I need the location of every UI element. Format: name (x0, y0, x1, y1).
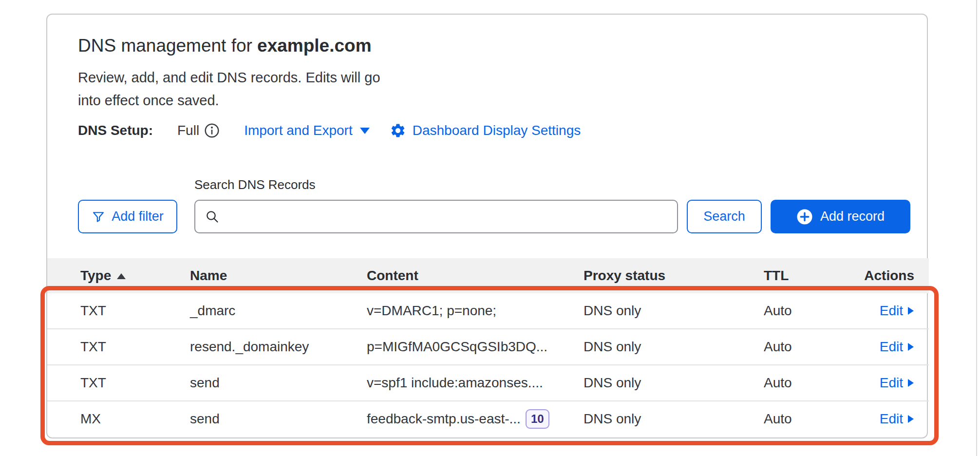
arrowhead-right-icon (907, 379, 914, 387)
edit-label: Edit (880, 375, 903, 391)
domain-name: example.com (257, 36, 371, 56)
cell-content: v=DMARC1; p=none; (367, 293, 496, 328)
arrowhead-right-icon (907, 306, 914, 315)
search-button-label: Search (703, 209, 745, 224)
info-circle-icon[interactable] (204, 123, 220, 138)
page-subtitle: Review, add, and edit DNS records. Edits… (78, 66, 405, 112)
dns-management-card: DNS management for example.com Review, a… (46, 14, 928, 438)
search-input[interactable] (226, 202, 677, 231)
cell-content: v=spf1 include:amazonses.... (367, 365, 543, 400)
cell-name: send (190, 365, 220, 400)
content-text: v=DMARC1; p=none; (367, 293, 496, 328)
cell-ttl: Auto (764, 329, 792, 364)
column-header-proxy-status: Proxy status (584, 258, 665, 293)
content-text: feedback-smtp.us-east-... (367, 401, 521, 437)
column-header-type[interactable]: Type (80, 258, 126, 293)
add-filter-label: Add filter (112, 209, 164, 224)
cell-type: TXT (80, 365, 106, 400)
funnel-icon (92, 210, 105, 224)
edit-record-link[interactable]: Edit (880, 303, 914, 319)
column-header-name: Name (190, 258, 227, 293)
search-records-label: Search DNS Records (194, 177, 316, 192)
table-row: MX send feedback-smtp.us-east-...10 DNS … (47, 401, 929, 437)
cell-type: TXT (80, 293, 106, 328)
cell-ttl: Auto (764, 401, 792, 437)
add-filter-button[interactable]: Add filter (78, 200, 177, 233)
priority-badge: 10 (526, 409, 549, 429)
plus-circle-icon (796, 209, 813, 225)
table-row: TXT send v=spf1 include:amazonses.... DN… (47, 365, 929, 401)
add-record-button[interactable]: Add record (771, 200, 910, 233)
arrowhead-right-icon (907, 415, 914, 423)
dns-setup-row: DNS Setup: Full Import and Export Dashbo… (78, 121, 581, 140)
table-header: Type Name Content Proxy status TTL Actio… (47, 258, 929, 293)
dns-setup-value: Full (177, 123, 199, 138)
edit-label: Edit (880, 339, 903, 355)
add-record-label: Add record (820, 209, 885, 224)
cell-proxy-status: DNS only (584, 329, 641, 364)
cell-content: p=MIGfMA0GCSqGSIb3DQ... (367, 329, 547, 364)
magnifier-icon (205, 209, 220, 224)
sort-ascending-icon (117, 273, 126, 279)
chevron-down-icon (359, 127, 370, 134)
gear-icon (390, 122, 406, 139)
cell-type: TXT (80, 329, 106, 364)
edit-label: Edit (880, 411, 903, 427)
page-edge-divider (976, 0, 977, 456)
dashboard-display-settings-link[interactable]: Dashboard Display Settings (390, 122, 581, 139)
content-text: v=spf1 include:amazonses.... (367, 365, 543, 400)
cell-name: _dmarc (190, 293, 235, 328)
search-button[interactable]: Search (687, 200, 762, 233)
table-body: TXT _dmarc v=DMARC1; p=none; DNS only Au… (47, 293, 929, 437)
import-export-button[interactable]: Import and Export (244, 123, 370, 138)
cell-type: MX (80, 401, 101, 437)
arrowhead-right-icon (907, 342, 914, 351)
edit-record-link[interactable]: Edit (880, 375, 914, 391)
column-header-content: Content (367, 258, 418, 293)
import-export-label: Import and Export (244, 123, 353, 138)
cell-name: send (190, 401, 220, 437)
search-input-wrapper (194, 200, 678, 233)
cell-proxy-status: DNS only (584, 365, 641, 400)
table-row: TXT _dmarc v=DMARC1; p=none; DNS only Au… (47, 293, 929, 329)
cell-proxy-status: DNS only (584, 293, 641, 328)
dashboard-display-settings-label: Dashboard Display Settings (413, 123, 581, 138)
page-title: DNS management for example.com (78, 34, 372, 57)
column-header-ttl: TTL (764, 258, 789, 293)
cell-ttl: Auto (764, 293, 792, 328)
table-row: TXT resend._domainkey p=MIGfMA0GCSqGSIb3… (47, 329, 929, 365)
cell-content: feedback-smtp.us-east-...10 (367, 401, 549, 437)
column-header-actions: Actions (864, 258, 914, 293)
cell-proxy-status: DNS only (584, 401, 641, 437)
edit-record-link[interactable]: Edit (880, 339, 914, 355)
edit-label: Edit (880, 303, 903, 319)
content-text: p=MIGfMA0GCSqGSIb3DQ... (367, 329, 547, 364)
cell-name: resend._domainkey (190, 329, 309, 364)
edit-record-link[interactable]: Edit (880, 411, 914, 427)
dns-setup-label: DNS Setup: (78, 123, 153, 138)
cell-ttl: Auto (764, 365, 792, 400)
